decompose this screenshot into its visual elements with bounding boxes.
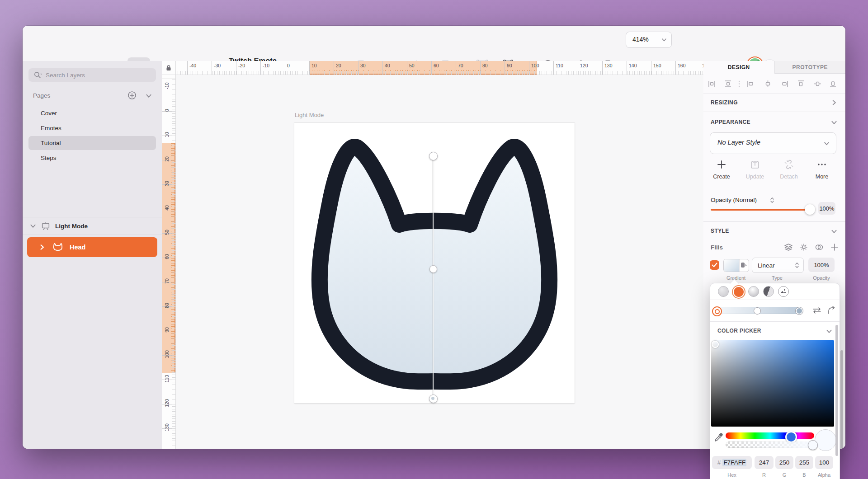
rotate-gradient-icon[interactable] <box>827 305 837 315</box>
reverse-gradient-icon[interactable] <box>811 306 822 315</box>
artboard-group-row[interactable]: Light Mode <box>23 217 162 235</box>
align-bottom-icon[interactable] <box>829 80 837 88</box>
h-ruler-label: -10 <box>263 63 269 68</box>
create-style-button[interactable]: Create <box>706 160 737 180</box>
align-center-vertical-icon[interactable] <box>814 80 821 88</box>
hex-label: Hex <box>727 472 736 478</box>
h-ruler-labels: -40-30-20-100102030405060708090100110120… <box>175 61 703 75</box>
h-ruler-label: 0 <box>287 63 290 68</box>
gradient-start-handle[interactable] <box>429 152 438 160</box>
align-top-icon[interactable] <box>797 80 805 88</box>
h-ruler-label: 40 <box>385 63 390 68</box>
h-ruler-label: 170 <box>702 63 703 68</box>
zoom-level-dropdown[interactable]: 414% <box>626 32 672 48</box>
canvas-area[interactable]: -40-30-20-100102030405060708090100110120… <box>162 61 703 449</box>
distribute-vertically-icon[interactable] <box>724 80 732 88</box>
artboard-title[interactable]: Light Mode <box>295 112 324 118</box>
artboard[interactable] <box>294 123 575 403</box>
blue-input[interactable]: 255 <box>795 456 813 469</box>
green-input[interactable]: 250 <box>775 456 793 469</box>
gradient-type-dropdown[interactable]: Linear <box>752 258 804 273</box>
pages-collapse-chevron-icon[interactable] <box>146 93 152 99</box>
lock-icon[interactable] <box>166 65 171 71</box>
h-ruler-label: 120 <box>580 63 588 68</box>
add-fill-icon[interactable] <box>830 243 839 252</box>
align-left-icon[interactable] <box>747 80 755 88</box>
add-page-icon[interactable] <box>127 91 137 100</box>
opacity-label: Opacity (Normal) <box>711 197 757 203</box>
layer-style-dropdown[interactable]: No Layer Style <box>710 132 836 154</box>
red-input[interactable]: 247 <box>755 456 774 469</box>
align-right-icon[interactable] <box>781 80 788 88</box>
sidebar-page-cover[interactable]: Cover <box>28 106 156 120</box>
more-styles-button[interactable]: More <box>806 160 838 180</box>
fill-layers-icon[interactable] <box>784 243 793 252</box>
gradient-stop-middle[interactable] <box>754 307 761 315</box>
hue-slider[interactable] <box>726 432 814 439</box>
fill-type-linear-gradient-icon[interactable] <box>733 286 745 298</box>
v-ruler-label: 60 <box>164 250 170 263</box>
opacity-value-chip[interactable]: 100% <box>818 202 835 215</box>
sidebar-page-emotes[interactable]: Emotes <box>28 121 156 135</box>
align-center-horizontal-icon[interactable] <box>764 80 772 88</box>
tab-prototype[interactable]: PROTOTYPE <box>774 61 846 74</box>
fill-enabled-checkbox[interactable] <box>710 260 719 270</box>
layer-row-head[interactable]: Head <box>27 237 157 257</box>
gradient-stop-end[interactable] <box>795 307 803 315</box>
h-ruler-label: 110 <box>556 63 563 68</box>
sb-selector[interactable] <box>712 341 719 348</box>
red-label: R <box>762 472 766 478</box>
h-ruler-label: 70 <box>458 63 463 68</box>
canvas-field[interactable]: Light Mode <box>175 75 703 449</box>
distribute-horizontally-icon[interactable] <box>708 80 716 88</box>
style-section-header[interactable]: STYLE <box>703 221 845 239</box>
opacity-slider-track[interactable] <box>711 209 809 211</box>
expand-chevron-icon[interactable] <box>39 244 45 250</box>
tab-design[interactable]: DESIGN <box>703 61 774 74</box>
zoom-level-value: 414% <box>632 36 649 43</box>
sidebar-page-tutorial[interactable]: Tutorial <box>28 136 156 150</box>
saturation-brightness-square[interactable] <box>711 340 834 427</box>
alpha-slider[interactable] <box>726 441 812 448</box>
h-ruler-label: 60 <box>434 63 439 68</box>
v-ruler-label: 50 <box>164 226 170 239</box>
fill-type-radial-gradient-icon[interactable] <box>748 286 759 297</box>
alpha-handle[interactable] <box>808 440 818 450</box>
alpha-input[interactable]: 100 <box>815 456 833 469</box>
inspector-scrollbar[interactable] <box>840 350 843 449</box>
h-ruler-label: -40 <box>189 63 196 68</box>
gradient-axis-line[interactable] <box>433 156 434 399</box>
fill-type-image-icon[interactable] <box>778 286 789 297</box>
cat-head-shape[interactable] <box>294 123 575 403</box>
gradient-popup: COLOR PICKER # F7FAFF 247 250 255 100 He… <box>710 283 840 479</box>
blend-mode-stepper-icon[interactable] <box>769 197 775 204</box>
current-color-swatch <box>815 429 836 451</box>
hex-input[interactable]: # F7FAFF <box>712 456 752 469</box>
sidebar-page-steps[interactable]: Steps <box>28 151 156 165</box>
gradient-end-handle[interactable] <box>429 394 438 403</box>
gradient-mid-handle[interactable] <box>429 265 437 273</box>
opacity-slider-knob[interactable] <box>805 204 815 215</box>
gradient-color-well[interactable] <box>723 259 749 272</box>
horizontal-ruler[interactable]: -40-30-20-100102030405060708090100110120… <box>175 61 703 75</box>
resizing-section-header[interactable]: RESIZING <box>703 94 845 112</box>
chevron-down-icon <box>824 141 830 146</box>
popup-scrollbar[interactable] <box>835 325 838 456</box>
fill-type-flat-icon[interactable] <box>718 286 729 297</box>
color-picker-header[interactable]: COLOR PICKER <box>717 328 761 334</box>
gradient-stop-start[interactable] <box>712 306 722 316</box>
fill-type-angular-gradient-icon[interactable] <box>763 286 774 297</box>
layer-list-sidebar: Search Layers Pages CoverEmotesTutorialS… <box>23 61 162 449</box>
layer-style-value: No Layer Style <box>717 139 760 146</box>
appearance-section-header[interactable]: APPEARANCE <box>703 112 845 130</box>
search-placeholder: Search Layers <box>46 72 85 79</box>
collapse-chevron-icon[interactable] <box>30 223 36 229</box>
fill-blend-icon[interactable] <box>815 243 824 252</box>
v-ruler-label: 130 <box>164 421 170 434</box>
vertical-ruler[interactable]: -100102030405060708090100110120130 <box>162 75 176 449</box>
fill-settings-gear-icon[interactable] <box>799 243 808 252</box>
h-ruler-label: -30 <box>214 63 221 68</box>
eyedropper-icon[interactable] <box>714 432 724 442</box>
search-layers-field[interactable]: Search Layers <box>28 68 156 82</box>
fill-opacity-chip[interactable]: 100% <box>808 258 835 272</box>
